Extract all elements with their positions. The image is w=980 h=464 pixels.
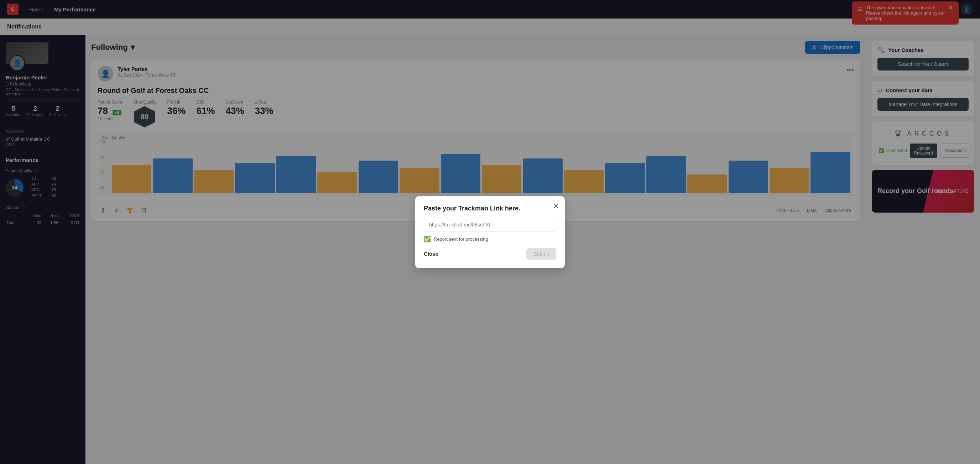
modal-submit-button[interactable]: Submit (526, 248, 556, 260)
modal-success-message: ✅ Report sent for processing (424, 236, 556, 243)
trackman-url-input[interactable] (424, 218, 556, 232)
modal-close-icon[interactable]: ✕ (553, 202, 559, 210)
trackman-modal: Paste your Trackman Link here. ✕ ✅ Repor… (415, 196, 565, 268)
modal-actions: Close Submit (424, 248, 556, 260)
success-check-icon: ✅ (424, 236, 431, 243)
modal-title: Paste your Trackman Link here. (424, 205, 556, 212)
modal-overlay[interactable]: Paste your Trackman Link here. ✕ ✅ Repor… (0, 0, 980, 464)
modal-close-button[interactable]: Close (424, 251, 438, 257)
